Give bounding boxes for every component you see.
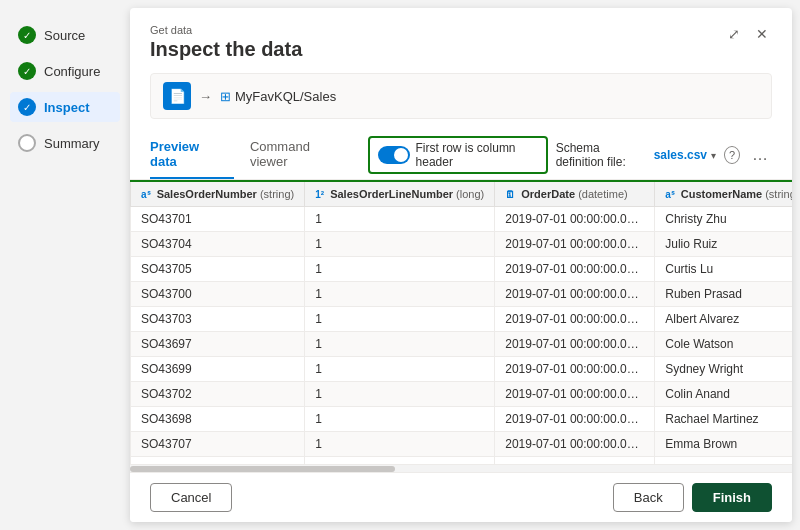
step-icon-inspect: ✓ (18, 98, 36, 116)
toggle-switch[interactable] (378, 146, 409, 164)
toggle-container[interactable]: First row is column header (368, 136, 547, 174)
table-row: SO43697 1 2019-07-01 00:00:00.0000000 Co… (131, 332, 793, 357)
path-arrow: → (199, 89, 212, 104)
tabs-left: Preview data Command viewer (150, 131, 368, 179)
cell-order: SO43697 (131, 332, 305, 357)
toggle-label: First row is column header (416, 141, 538, 169)
cell-line: 1 (305, 332, 495, 357)
sidebar: ✓ Source ✓ Configure ✓ Inspect Summary (0, 0, 130, 530)
header-row: aˢ SalesOrderNumber (string) 1² SalesOrd… (131, 181, 793, 207)
sidebar-label-configure: Configure (44, 64, 100, 79)
cell-customer: Sydney Wright (655, 357, 792, 382)
cell-date: 2019-07-01 00:00:00.0000000 (495, 282, 655, 307)
dialog-title-section: Get data Inspect the data (150, 24, 302, 61)
cancel-button[interactable]: Cancel (150, 483, 232, 512)
sidebar-item-source[interactable]: ✓ Source (10, 20, 120, 50)
cell-date: 2019-07-01 00:00:00.0000000 (495, 257, 655, 282)
col-name-date: OrderDate (521, 188, 578, 200)
col-icon-customer: aˢ (665, 189, 675, 200)
tabs-right: First row is column header Schema defini… (368, 136, 772, 174)
cell-date: 2019-07-01 00:00:00.0000000 (495, 307, 655, 332)
col-header-order: aˢ SalesOrderNumber (string) (131, 181, 305, 207)
dialog-footer: Cancel Back Finish (130, 472, 792, 522)
cell-date: 2019-07-01 00:00:00.0000000 (495, 357, 655, 382)
more-button[interactable]: … (748, 146, 772, 164)
file-icon-symbol: 📄 (169, 88, 186, 104)
cell-line: 1 (305, 432, 495, 457)
table-row: SO43701 1 2019-07-01 00:00:00.0000000 Ch… (131, 207, 793, 232)
schema-label: Schema definition file: (556, 141, 650, 169)
col-header-date: 🗓 OrderDate (datetime) (495, 181, 655, 207)
cell-line: 1 (305, 207, 495, 232)
cell-line: 1 (305, 357, 495, 382)
back-button[interactable]: Back (613, 483, 684, 512)
cell-order: SO43705 (131, 257, 305, 282)
table-container[interactable]: aˢ SalesOrderNumber (string) 1² SalesOrd… (130, 180, 792, 464)
cell-line: 1 (305, 282, 495, 307)
cell-date: 2019-07-01 00:00:00.0000000 (495, 382, 655, 407)
sidebar-item-configure[interactable]: ✓ Configure (10, 56, 120, 86)
col-header-line: 1² SalesOrderLineNumber (long) (305, 181, 495, 207)
dialog-title: Inspect the data (150, 38, 302, 61)
cell-customer: Courtney Edwards (655, 457, 792, 465)
table-row: SO43698 1 2019-07-01 00:00:00.0000000 Ra… (131, 407, 793, 432)
cell-line: 1 (305, 307, 495, 332)
help-icon[interactable]: ? (724, 146, 740, 164)
scroll-thumb[interactable] (130, 466, 395, 472)
cell-customer: Julio Ruiz (655, 232, 792, 257)
cell-date: 2019-07-01 00:00:00.0000000 (495, 407, 655, 432)
tab-command[interactable]: Command viewer (250, 131, 352, 179)
dialog-subtitle: Get data (150, 24, 302, 36)
sidebar-item-summary[interactable]: Summary (10, 128, 120, 158)
sidebar-label-summary: Summary (44, 136, 100, 151)
close-button[interactable]: ✕ (752, 24, 772, 44)
col-name-line: SalesOrderLineNumber (330, 188, 456, 200)
table-row: SO43703 1 2019-07-01 00:00:00.0000000 Al… (131, 307, 793, 332)
table-row: SO43711 1 2019-07-02 00:00:00.0000000 Co… (131, 457, 793, 465)
cell-order: SO43698 (131, 407, 305, 432)
table-row: SO43707 1 2019-07-01 00:00:00.0000000 Em… (131, 432, 793, 457)
file-icon: 📄 (163, 82, 191, 110)
cell-date: 2019-07-01 00:00:00.0000000 (495, 207, 655, 232)
cell-order: SO43703 (131, 307, 305, 332)
step-icon-source: ✓ (18, 26, 36, 44)
finish-button[interactable]: Finish (692, 483, 772, 512)
help-icon-symbol: ? (729, 149, 735, 161)
cell-line: 1 (305, 457, 495, 465)
path-text: MyFavKQL/Sales (235, 89, 336, 104)
data-table: aˢ SalesOrderNumber (string) 1² SalesOrd… (130, 180, 792, 464)
schema-dropdown-icon[interactable]: ▾ (711, 150, 716, 161)
cell-customer: Emma Brown (655, 432, 792, 457)
cell-order: SO43699 (131, 357, 305, 382)
cell-customer: Christy Zhu (655, 207, 792, 232)
cell-order: SO43711 (131, 457, 305, 465)
col-name-order: SalesOrderNumber (157, 188, 260, 200)
cell-order: SO43704 (131, 232, 305, 257)
cell-line: 1 (305, 407, 495, 432)
col-header-customer: aˢ CustomerName (string) (655, 181, 792, 207)
expand-button[interactable]: ⤢ (724, 24, 744, 44)
step-icon-configure: ✓ (18, 62, 36, 80)
app-container: ✓ Source ✓ Configure ✓ Inspect Summary G… (0, 0, 800, 530)
cell-order: SO43702 (131, 382, 305, 407)
tab-preview[interactable]: Preview data (150, 131, 234, 179)
cell-order: SO43700 (131, 282, 305, 307)
table-row: SO43700 1 2019-07-01 00:00:00.0000000 Ru… (131, 282, 793, 307)
tabs-row: Preview data Command viewer First row is… (130, 131, 792, 180)
table-body: SO43701 1 2019-07-01 00:00:00.0000000 Ch… (131, 207, 793, 465)
cell-date: 2019-07-01 00:00:00.0000000 (495, 332, 655, 357)
header-icons: ⤢ ✕ (724, 24, 772, 44)
sidebar-label-inspect: Inspect (44, 100, 90, 115)
cell-customer: Albert Alvarez (655, 307, 792, 332)
table-row: SO43702 1 2019-07-01 00:00:00.0000000 Co… (131, 382, 793, 407)
cell-customer: Curtis Lu (655, 257, 792, 282)
db-icon-symbol: ⊞ (220, 89, 231, 104)
file-path-bar: 📄 → ⊞ MyFavKQL/Sales (150, 73, 772, 119)
cell-line: 1 (305, 257, 495, 282)
path-db: ⊞ MyFavKQL/Sales (220, 89, 336, 104)
sidebar-item-inspect[interactable]: ✓ Inspect (10, 92, 120, 122)
sidebar-label-source: Source (44, 28, 85, 43)
scroll-bar-area[interactable] (130, 464, 792, 472)
table-header: aˢ SalesOrderNumber (string) 1² SalesOrd… (131, 181, 793, 207)
step-icon-summary (18, 134, 36, 152)
